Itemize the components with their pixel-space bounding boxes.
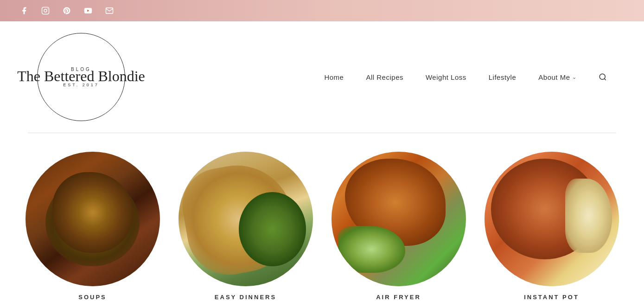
nav-all-recipes[interactable]: All Recipes xyxy=(366,73,403,81)
easy-dinners-image-circle xyxy=(179,152,313,286)
svg-line-5 xyxy=(604,78,606,80)
svg-point-2 xyxy=(47,8,48,9)
categories-section: SOUPS EASY DINNERS AIR FRYER INSTANT POT xyxy=(0,133,644,302)
svg-point-4 xyxy=(599,74,605,79)
instagram-icon[interactable] xyxy=(40,5,51,16)
category-soups[interactable]: SOUPS xyxy=(26,152,160,301)
nav-weight-loss[interactable]: Weight Loss xyxy=(426,73,466,81)
easy-dinners-label: EASY DINNERS xyxy=(215,294,276,301)
category-easy-dinners[interactable]: EASY DINNERS xyxy=(179,152,313,301)
facebook-icon[interactable] xyxy=(19,5,30,16)
email-icon[interactable] xyxy=(104,5,115,16)
easy-dinners-food-image xyxy=(179,152,313,286)
air-fryer-food-image xyxy=(332,152,466,286)
main-nav: Home All Recipes Weight Loss Lifestyle A… xyxy=(324,73,607,81)
top-bar xyxy=(0,0,644,21)
soups-image-circle xyxy=(26,152,160,286)
category-instant-pot[interactable]: INSTANT POT xyxy=(485,152,619,301)
air-fryer-label: AIR FRYER xyxy=(376,294,421,301)
nav-about-me[interactable]: About Me ⌄ xyxy=(538,73,576,81)
category-air-fryer[interactable]: AIR FRYER xyxy=(332,152,466,301)
header: BLOG The Bettered Blondie EST. 2017 Home… xyxy=(0,21,644,133)
nav-home[interactable]: Home xyxy=(324,73,344,81)
svg-point-1 xyxy=(44,9,47,12)
logo-title: The Bettered Blondie xyxy=(17,68,145,84)
pinterest-icon[interactable] xyxy=(61,5,72,16)
instant-pot-label: INSTANT POT xyxy=(524,294,579,301)
nav-lifestyle[interactable]: Lifestyle xyxy=(489,73,516,81)
instant-pot-food-image xyxy=(485,152,619,286)
youtube-icon[interactable] xyxy=(83,5,94,16)
soups-food-image xyxy=(26,152,160,286)
logo-est-text: EST. 2017 xyxy=(63,83,99,87)
instant-pot-image-circle xyxy=(485,152,619,286)
soups-label: SOUPS xyxy=(78,294,107,301)
about-me-chevron-icon: ⌄ xyxy=(572,74,577,80)
air-fryer-image-circle xyxy=(332,152,466,286)
logo-circle: BLOG The Bettered Blondie EST. 2017 xyxy=(37,33,125,121)
logo-area[interactable]: BLOG The Bettered Blondie EST. 2017 xyxy=(37,33,125,121)
svg-rect-0 xyxy=(42,7,49,14)
search-icon[interactable] xyxy=(599,73,607,81)
